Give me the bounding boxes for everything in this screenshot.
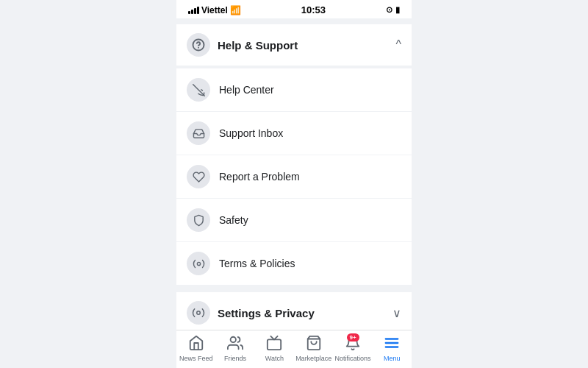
nav-marketplace[interactable]: Marketplace <box>294 335 333 362</box>
report-problem-icon <box>187 165 210 188</box>
safety-label: Safety <box>219 214 248 226</box>
help-support-header[interactable]: Help & Support ^ <box>176 24 412 66</box>
safety-item[interactable]: Safety <box>176 199 412 241</box>
svg-point-3 <box>197 311 201 315</box>
help-center-label: Help Center <box>219 84 274 96</box>
nav-news-feed[interactable]: News Feed <box>176 335 215 362</box>
status-bar: Viettel 📶 10:53 ⊙ ▮ <box>176 0 412 18</box>
marketplace-label: Marketplace <box>295 355 331 362</box>
news-feed-label: News Feed <box>179 355 213 362</box>
report-problem-item[interactable]: Report a Problem <box>176 155 412 198</box>
svg-point-2 <box>197 262 200 265</box>
menu-label: Menu <box>384 355 401 362</box>
marketplace-icon <box>306 335 322 353</box>
help-support-section: Help & Support ^ Help Center <box>176 24 412 288</box>
carrier-name: Viettel <box>201 5 228 15</box>
scroll-content: Help & Support ^ Help Center <box>176 18 412 330</box>
settings-privacy-header[interactable]: Settings & Privacy ∨ <box>176 292 412 330</box>
settings-privacy-chevron: ∨ <box>392 306 401 320</box>
bottom-nav: News Feed Friends Watch <box>176 330 412 368</box>
help-support-chevron: ^ <box>395 38 401 52</box>
nav-friends[interactable]: Friends <box>215 335 254 362</box>
status-carrier: Viettel 📶 <box>188 5 241 15</box>
report-problem-label: Report a Problem <box>219 171 300 183</box>
signal-icon <box>188 7 199 14</box>
svg-rect-12 <box>268 339 281 350</box>
nav-menu[interactable]: Menu <box>373 335 412 362</box>
menu-icon <box>384 335 400 353</box>
safety-icon <box>187 208 210 232</box>
help-support-title: Help & Support <box>218 39 395 52</box>
support-inbox-item[interactable]: Support Inbox <box>176 112 412 155</box>
settings-privacy-section: Settings & Privacy ∨ <box>176 292 412 330</box>
watch-label: Watch <box>265 355 284 362</box>
status-icons: ⊙ ▮ <box>386 5 400 15</box>
support-inbox-label: Support Inbox <box>219 127 283 139</box>
settings-privacy-title: Settings & Privacy <box>218 307 392 319</box>
svg-point-11 <box>231 337 236 342</box>
terms-policies-icon <box>187 252 210 275</box>
notifications-label: Notifications <box>334 355 370 362</box>
watch-icon <box>266 335 282 353</box>
friends-label: Friends <box>224 355 246 362</box>
nav-notifications[interactable]: 9+ Notifications <box>333 335 372 362</box>
nav-watch[interactable]: Watch <box>255 335 294 362</box>
phone-frame: Viettel 📶 10:53 ⊙ ▮ Help & Support ^ <box>176 0 412 368</box>
help-support-icon <box>187 33 210 57</box>
wifi-icon: 📶 <box>230 5 241 15</box>
location-icon: ⊙ <box>386 5 392 15</box>
help-center-item[interactable]: Help Center <box>176 68 412 111</box>
friends-icon <box>227 335 243 353</box>
support-inbox-icon <box>187 121 210 145</box>
news-feed-icon <box>188 335 204 353</box>
battery-icon: ▮ <box>395 5 400 15</box>
settings-privacy-icon <box>187 301 210 325</box>
terms-policies-label: Terms & Policies <box>219 258 295 269</box>
status-time: 10:53 <box>301 4 326 15</box>
help-center-icon <box>187 78 210 102</box>
notifications-badge: 9+ <box>347 333 359 342</box>
help-support-items: Help Center Support Inbox <box>176 66 412 288</box>
terms-policies-item[interactable]: Terms & Policies <box>176 242 412 285</box>
